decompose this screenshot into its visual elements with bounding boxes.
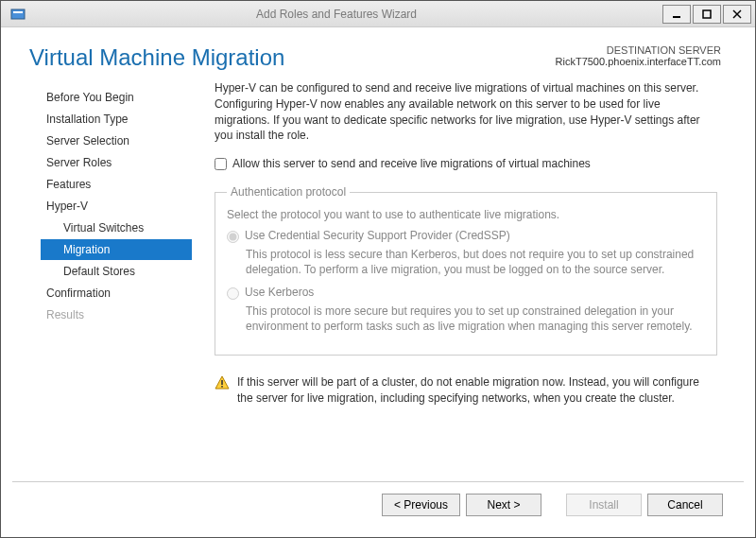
sidebar-item-features[interactable]: Features [41, 174, 192, 195]
wizard-footer: < Previous Next > Install Cancel [12, 481, 744, 529]
sidebar-item-virtual-switches[interactable]: Virtual Switches [41, 217, 192, 238]
auth-protocol-group: Authentication protocol Select the proto… [215, 185, 717, 356]
radio-kerberos[interactable] [227, 287, 239, 300]
sidebar-item-confirmation[interactable]: Confirmation [41, 283, 192, 304]
wizard-sidebar: Before You Begin Installation Type Serve… [12, 80, 192, 481]
radio-kerberos-label[interactable]: Use Kerberos [245, 286, 314, 299]
auth-description: Select the protocol you want to use to a… [227, 208, 705, 221]
radio-kerberos-description: This protocol is more secure but require… [246, 304, 705, 334]
main-panel: Hyper-V can be configured to send and re… [192, 80, 725, 481]
svg-rect-1 [13, 11, 23, 13]
svg-rect-0 [11, 9, 25, 19]
warning-icon [215, 375, 230, 390]
previous-button[interactable]: < Previous [382, 494, 460, 516]
app-icon [10, 7, 26, 22]
radio-credssp-description: This protocol is less secure than Kerber… [246, 247, 705, 277]
description-text: Hyper-V can be configured to send and re… [215, 80, 717, 144]
window-title: Add Roles and Features Wizard [31, 8, 661, 21]
svg-rect-8 [221, 386, 223, 388]
sidebar-item-migration[interactable]: Migration [41, 239, 192, 260]
cancel-button[interactable]: Cancel [647, 494, 723, 516]
titlebar: Add Roles and Features Wizard [1, 1, 755, 27]
destination-server-box: DESTINATION SERVER RickT7500.phoenix.int… [556, 44, 721, 67]
sidebar-item-results: Results [41, 304, 192, 325]
next-button[interactable]: Next > [466, 494, 541, 516]
destination-value: RickT7500.phoenix.interfaceTT.com [556, 56, 721, 67]
svg-rect-3 [703, 10, 711, 18]
radio-credssp[interactable] [227, 231, 239, 243]
sidebar-item-server-roles[interactable]: Server Roles [41, 152, 192, 173]
destination-label: DESTINATION SERVER [556, 44, 721, 56]
auth-legend: Authentication protocol [227, 185, 350, 199]
sidebar-item-before-you-begin[interactable]: Before You Begin [41, 87, 192, 108]
sidebar-item-installation-type[interactable]: Installation Type [41, 109, 192, 130]
allow-migrations-label[interactable]: Allow this server to send and receive li… [232, 157, 591, 170]
install-button: Install [566, 494, 642, 516]
close-button[interactable] [723, 5, 751, 24]
content-area: Virtual Machine Migration DESTINATION SE… [1, 27, 755, 537]
sidebar-item-default-stores[interactable]: Default Stores [41, 261, 192, 282]
svg-rect-7 [221, 380, 223, 385]
allow-migrations-checkbox[interactable] [215, 158, 227, 170]
warning-text: If this server will be part of a cluster… [237, 374, 717, 407]
maximize-button[interactable] [693, 5, 721, 24]
wizard-window: Add Roles and Features Wizard Virtual Ma… [0, 0, 756, 538]
page-title: Virtual Machine Migration [29, 44, 284, 71]
radio-credssp-label[interactable]: Use Credential Security Support Provider… [245, 229, 510, 242]
sidebar-item-hyper-v[interactable]: Hyper-V [41, 196, 192, 217]
minimize-button[interactable] [662, 5, 691, 24]
sidebar-item-server-selection[interactable]: Server Selection [41, 130, 192, 151]
